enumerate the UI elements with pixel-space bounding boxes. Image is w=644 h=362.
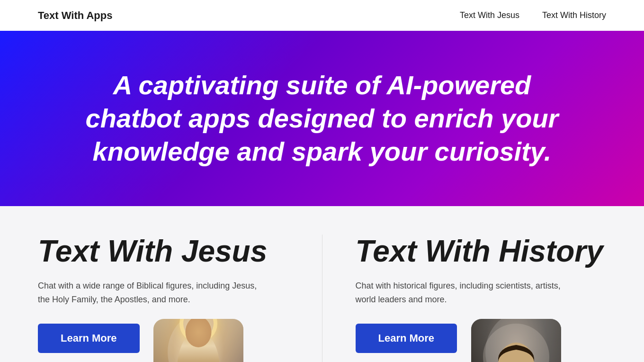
history-section-bottom: Learn More  Download on the App Store [356,324,607,362]
jesus-app-image [153,319,243,362]
jesus-section: Text With Jesus Chat with a wide range o… [38,235,289,362]
history-section-title: Text With History [356,235,607,268]
history-figure-svg [471,319,561,362]
history-learn-more-button[interactable]: Learn More [356,324,457,353]
nav-logo[interactable]: Text With Apps [38,9,112,22]
history-app-image [471,319,561,362]
section-divider [322,235,322,362]
nav-link-history[interactable]: Text With History [542,10,606,20]
jesus-section-bottom: Learn More  Download on the App Store [38,324,289,362]
history-section-actions: Learn More  Download on the App Store [356,324,460,362]
hero-section: A captivating suite of AI-powered chatbo… [0,31,644,206]
nav-link-jesus[interactable]: Text With Jesus [460,10,519,20]
jesus-section-description: Chat with a wide range of Biblical figur… [38,279,265,307]
jesus-figure [177,331,220,362]
jesus-section-actions: Learn More  Download on the App Store [38,324,142,362]
jesus-head [186,319,212,347]
main-content: Text With Jesus Chat with a wide range o… [0,206,644,362]
jesus-learn-more-button[interactable]: Learn More [38,324,140,353]
navbar: Text With Apps Text With Jesus Text With… [0,0,644,31]
hero-title: A captivating suite of AI-powered chatbo… [85,69,559,168]
history-section-description: Chat with historical figures, including … [356,279,583,307]
jesus-section-title: Text With Jesus [38,235,289,268]
jesus-illustration [153,319,243,362]
history-illustration [471,319,561,362]
history-section: Text With History Chat with historical f… [356,235,607,362]
nav-links: Text With Jesus Text With History [460,10,606,20]
